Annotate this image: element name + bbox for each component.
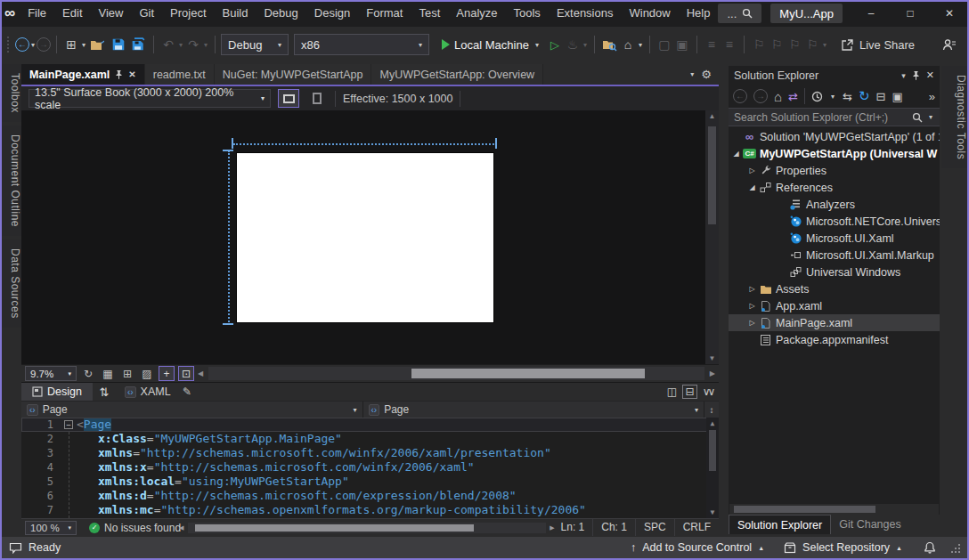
tree-row-assets[interactable]: ▷ Assets xyxy=(729,280,940,297)
solution-explorer-bottom-tab[interactable]: Solution Explorer xyxy=(729,515,831,534)
collapse-pane-icon[interactable]: ∨∨ xyxy=(700,385,715,399)
code-line[interactable]: 3 xmlns="http://schemas.microsoft.com/wi… xyxy=(21,446,719,460)
home-icon[interactable]: ⌂ xyxy=(774,89,782,104)
search-icon[interactable] xyxy=(912,112,923,123)
tab-overview[interactable]: MyUWPGetStartApp: Overview xyxy=(371,64,543,85)
menu-edit[interactable]: Edit xyxy=(54,0,90,27)
window-position-dropdown-icon[interactable]: ▾ xyxy=(901,71,906,80)
code-line[interactable]: 4 xmlns:x="http://schemas.microsoft.com/… xyxy=(21,460,719,475)
code-line[interactable]: 1 − <Page xyxy=(21,418,719,432)
se-forward-button[interactable]: → xyxy=(753,89,768,103)
tree-row-analyzers[interactable]: Analyzers xyxy=(729,196,940,213)
toggle-bookmark-icon[interactable]: ⚐ xyxy=(750,34,768,55)
line-ending-indicator[interactable]: CRLF xyxy=(674,519,719,536)
format-indent-icon[interactable]: ≡ xyxy=(703,34,721,55)
xaml-view-tab[interactable]: ‹› XAML xyxy=(116,386,180,398)
diagnostic-tools-tab[interactable]: Diagnostic Tools xyxy=(941,66,967,168)
tree-row-properties[interactable]: ▷ Properties xyxy=(729,162,940,179)
breadcrumb-right[interactable]: ‹› Page ▾ xyxy=(363,402,705,418)
expander-icon[interactable]: ◢ xyxy=(730,150,742,158)
scroll-left-icon[interactable]: ◀ xyxy=(198,369,203,377)
pending-changes-filter-icon[interactable] xyxy=(811,91,823,102)
menu-tools[interactable]: Tools xyxy=(506,0,549,27)
collapse-all-icon[interactable]: ⊟ xyxy=(875,90,885,103)
tree-row-universal-windows[interactable]: Universal Windows xyxy=(729,264,940,280)
tab-nuget[interactable]: NuGet: MyUWPGetStartApp xyxy=(215,64,372,85)
bookmarks-dropdown-icon[interactable]: ▾ xyxy=(821,41,828,49)
menu-analyze[interactable]: Analyze xyxy=(448,0,505,27)
resize-grip[interactable] xyxy=(949,542,960,553)
toolbar-overflow-icon[interactable]: » xyxy=(929,90,935,103)
tree-row-ui-xaml-package[interactable]: Microsoft.UI.Xaml xyxy=(729,230,940,247)
menu-git[interactable]: Git xyxy=(131,0,162,27)
portrait-orientation-button[interactable] xyxy=(306,89,328,108)
swap-panes-button[interactable]: ⇅ xyxy=(93,386,116,399)
spaces-indicator[interactable]: SPC xyxy=(635,519,674,536)
open-folder-icon[interactable] xyxy=(90,38,106,52)
close-panel-icon[interactable]: ✕ xyxy=(926,69,934,81)
code-line[interactable]: 6 xmlns:d="http://schemas.microsoft.com/… xyxy=(21,489,719,503)
live-share-button[interactable]: Live Share xyxy=(841,38,915,52)
show-grid-icon[interactable]: ▦ xyxy=(100,366,116,381)
show-all-files-icon[interactable]: ▣ xyxy=(892,90,902,103)
health-indicator-icon[interactable]: ✓ xyxy=(89,523,100,533)
scrollbar-thumb[interactable] xyxy=(708,126,716,224)
tree-row-references[interactable]: ◢ References xyxy=(729,179,940,196)
code-line[interactable]: 2 x:Class="MyUWPGetStartApp.MainPage" xyxy=(21,432,719,446)
filter-dropdown-icon[interactable]: ▾ xyxy=(829,93,836,101)
page-artboard[interactable] xyxy=(236,152,494,323)
expander-icon[interactable]: ▷ xyxy=(746,302,758,310)
previous-bookmark-icon[interactable]: ⚐ xyxy=(768,34,786,55)
snap-to-snaplines-button[interactable]: + xyxy=(159,366,175,381)
zoom-level-dropdown[interactable]: 9.7% ▾ xyxy=(25,366,77,381)
format-outdent-icon[interactable]: ≡ xyxy=(721,34,738,55)
minimize-button[interactable]: – xyxy=(851,0,891,27)
code-line[interactable]: 7 xmlns:mc="http://schemas.openxmlformat… xyxy=(21,503,719,517)
vertical-split-icon[interactable]: ◫ xyxy=(664,385,680,399)
git-changes-bottom-tab[interactable]: Git Changes xyxy=(831,515,908,534)
device-preview-dropdown[interactable]: 13.5" Surface Book (3000 x 2000) 200% sc… xyxy=(28,89,271,108)
refresh-designer-icon[interactable]: ↻ xyxy=(80,366,96,381)
designer-vertical-scrollbar[interactable]: ▲ ▼ xyxy=(705,110,719,364)
startup-page-button[interactable]: ⌂ xyxy=(619,34,637,55)
xaml-editor[interactable]: 1 − <Page 2 x:Class="MyUWPGetStartApp.Ma… xyxy=(21,418,719,518)
breadcrumb-left[interactable]: ‹› Page ▾ xyxy=(21,402,363,418)
message-bubble-icon[interactable] xyxy=(9,542,22,554)
toolbar-grip[interactable] xyxy=(7,37,12,53)
navigate-forward-button[interactable]: → xyxy=(37,37,51,52)
tree-row-package-manifest[interactable]: Package.appxmanifest xyxy=(729,331,940,348)
repository-menu-icon[interactable]: ▲ xyxy=(896,545,902,551)
pin-icon[interactable] xyxy=(912,70,920,80)
fold-column[interactable]: − xyxy=(62,418,77,432)
solution-platform-dropdown[interactable]: x86▾ xyxy=(294,34,429,55)
maximize-button[interactable]: □ xyxy=(891,0,930,27)
scrollbar-thumb[interactable] xyxy=(195,524,474,532)
tree-row-mainpage-xaml[interactable]: ▷ MainPage.xaml xyxy=(729,314,940,331)
undo-dropdown-icon[interactable]: ▾ xyxy=(177,41,184,49)
select-element-button[interactable]: ▢ xyxy=(656,34,673,55)
redo-button[interactable]: ↷ xyxy=(184,34,202,55)
menu-debug[interactable]: Debug xyxy=(256,0,305,27)
search-options-dropdown-icon[interactable]: ▾ xyxy=(927,113,934,121)
expander-icon[interactable]: ▷ xyxy=(746,285,758,293)
solution-explorer-search[interactable]: Search Solution Explorer (Ctrl+;) ▾ xyxy=(729,108,940,126)
data-sources-tab[interactable]: Data Sources xyxy=(2,239,21,328)
start-without-debugging-button[interactable]: ▷ xyxy=(546,34,564,55)
scrollbar-thumb[interactable] xyxy=(411,369,645,378)
startup-page-dropdown-icon[interactable]: ▾ xyxy=(637,41,644,49)
add-to-source-control-button[interactable]: Add to Source Control xyxy=(642,541,752,554)
solution-explorer-horizontal-scrollbar[interactable] xyxy=(729,504,939,515)
design-canvas[interactable]: ▲ ▼ xyxy=(21,110,719,364)
undo-button[interactable]: ↶ xyxy=(159,34,177,55)
scroll-down-icon[interactable]: ▼ xyxy=(711,508,715,516)
menu-format[interactable]: Format xyxy=(358,0,411,27)
scroll-down-icon[interactable]: ▼ xyxy=(709,354,716,362)
close-button[interactable]: ✕ xyxy=(930,0,969,27)
tree-row-project[interactable]: ◢ C# MyUWPGetStartApp (Universal W xyxy=(729,145,940,162)
designer-horizontal-scrollbar[interactable] xyxy=(208,367,704,380)
start-debugging-button[interactable]: Local Machine ▾ xyxy=(436,34,546,55)
menu-build[interactable]: Build xyxy=(215,0,256,27)
sync-with-active-document-icon[interactable]: ⇄ xyxy=(788,90,798,103)
editor-horizontal-scrollbar[interactable]: ◀ ▶ xyxy=(188,523,546,533)
landscape-orientation-button[interactable] xyxy=(278,89,299,108)
